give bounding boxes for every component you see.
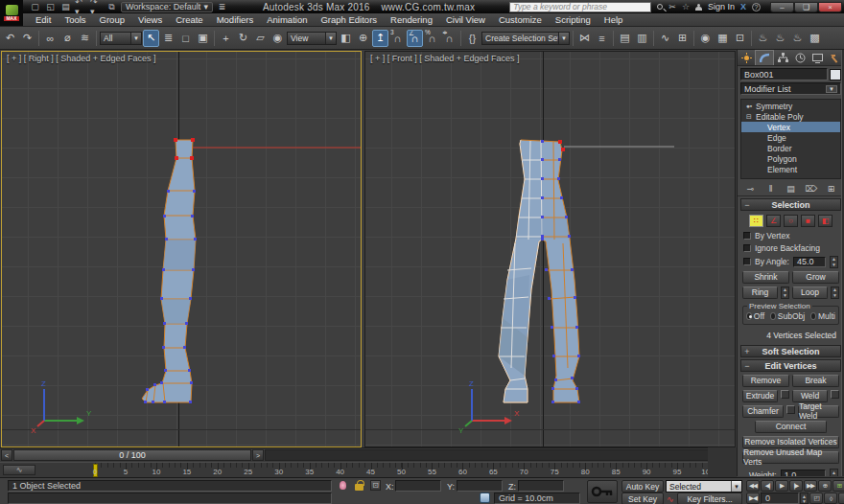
pin-stack-button[interactable]: ⊸ <box>743 182 758 195</box>
render-production-button[interactable]: ♨ <box>755 30 771 47</box>
bind-to-space-warp-button[interactable]: ≋ <box>77 30 93 47</box>
selection-filter-dropdown[interactable]: All▼ <box>100 32 142 45</box>
go-to-end-button[interactable]: ▶▶ <box>804 480 817 492</box>
user-icon[interactable] <box>695 4 702 11</box>
render-iterative-button[interactable]: ♨ <box>772 30 788 47</box>
select-and-rotate-button[interactable]: ↻ <box>235 30 251 47</box>
connect-button[interactable]: Connect <box>755 421 827 433</box>
layer-manager-button[interactable]: ▤ <box>617 30 633 47</box>
field-of-view-button[interactable]: ◰ <box>809 493 823 504</box>
key-mode-toggle-button[interactable]: ▶◀ <box>746 493 760 504</box>
track-bar[interactable]: ∿ 05101520253035404550556065707580859095… <box>0 462 715 477</box>
save-file-button[interactable]: ▤ <box>59 2 72 12</box>
configure-modifier-sets-button[interactable]: ⊞ <box>824 182 838 195</box>
menu-modifiers[interactable]: Modifiers <box>210 13 261 27</box>
named-selection-sets-dropdown[interactable]: Create Selection Set▼ <box>481 32 570 45</box>
unlink-selection-button[interactable]: ⌀ <box>59 30 76 47</box>
menu-customize[interactable]: Customize <box>492 13 549 27</box>
stack-item-edge[interactable]: Edge <box>741 132 840 143</box>
viewport-right-view[interactable]: [ + ] [ Right ] [ Shaded + Edged Faces ] <box>1 51 362 447</box>
app-logo[interactable]: MAX <box>0 0 23 26</box>
render-last-button[interactable]: ▩ <box>807 30 823 47</box>
menu-rendering[interactable]: Rendering <box>384 13 439 27</box>
viewport-right-label[interactable]: [ + ] [ Right ] [ Shaded + Edged Faces ] <box>7 54 156 63</box>
remove-isolated-vertices-button[interactable]: Remove Isolated Vertices <box>742 436 839 448</box>
set-key-button[interactable]: Set Key <box>621 493 664 504</box>
zoom-all-button[interactable]: ⊞ <box>832 480 844 492</box>
menu-civil-view[interactable]: Civil View <box>439 13 492 27</box>
ring-spinner[interactable]: ▲▼ <box>781 286 789 299</box>
make-unique-button[interactable]: ▤ <box>784 182 798 195</box>
weld-settings-button[interactable] <box>831 390 839 399</box>
isolate-selection-icon[interactable] <box>340 481 346 490</box>
align-button[interactable]: ≡ <box>594 30 610 47</box>
rendered-frame-window-button[interactable]: ⊡ <box>732 30 748 47</box>
selection-lock-icon[interactable] <box>355 484 363 491</box>
tab-display[interactable] <box>809 50 827 65</box>
edge-subobject-button[interactable]: ∠ <box>766 215 781 227</box>
angle-spinner[interactable]: ▲▼ <box>830 256 838 268</box>
absolute-mode-icon[interactable]: ⊡ <box>370 480 381 491</box>
stack-item-vertex[interactable]: Vertex <box>741 122 840 132</box>
next-frame-button[interactable]: |▶ <box>789 480 803 492</box>
select-and-move-button[interactable]: + <box>218 30 234 47</box>
ring-button[interactable]: Ring <box>742 286 778 299</box>
window-crossing-button[interactable]: ▣ <box>195 30 211 47</box>
weld-button[interactable]: Weld <box>792 390 828 402</box>
x-coordinate-field[interactable] <box>395 480 441 492</box>
time-slider-track[interactable] <box>265 449 713 461</box>
key-filters-button[interactable]: Key Filters... <box>677 493 742 504</box>
sign-in-button[interactable]: Sign In <box>708 2 735 11</box>
schematic-view-button[interactable]: ⊞ <box>674 30 691 47</box>
time-slider-handle[interactable]: 0 / 100 <box>13 449 251 461</box>
communication-center-icon[interactable]: ✂ <box>668 2 676 11</box>
object-name-field[interactable]: Box001 <box>740 68 828 80</box>
workspace-dropdown[interactable]: Workspace: Default ▾ <box>121 2 213 12</box>
viewport-layout-icon[interactable] <box>480 493 490 503</box>
orbit-button[interactable]: ◔ <box>838 493 844 504</box>
chamfer-button[interactable]: Chamfer <box>742 405 784 418</box>
rectangular-selection-region-button[interactable]: □ <box>177 30 194 47</box>
stack-item-symmetry[interactable]: ●▪Symmetry <box>741 101 840 111</box>
minimize-button[interactable]: – <box>770 2 794 12</box>
vertex-subobject-button[interactable]: ∷ <box>749 215 763 227</box>
y-coordinate-field[interactable] <box>457 480 503 492</box>
element-subobject-button[interactable]: ◧ <box>818 215 832 227</box>
select-and-link-button[interactable]: ∞ <box>42 30 59 47</box>
tab-create[interactable] <box>738 50 755 65</box>
preview-off-radio[interactable] <box>746 312 752 320</box>
shrink-button[interactable]: Shrink <box>742 271 789 284</box>
menu-help[interactable]: Help <box>598 13 630 27</box>
reference-coordinate-system-dropdown[interactable]: View▼ <box>287 32 337 45</box>
by-angle-checkbox[interactable] <box>743 258 751 265</box>
snaps-toggle-button[interactable]: ∩3 <box>389 30 406 47</box>
mirror-button[interactable]: ⋈ <box>576 30 593 47</box>
stack-item-polygon[interactable]: Polygon <box>741 153 840 164</box>
redo-quick-button[interactable]: ↷ ▾ <box>90 2 103 12</box>
break-button[interactable]: Break <box>792 375 839 387</box>
show-end-result-button[interactable]: ‖ <box>763 182 778 195</box>
go-to-start-button[interactable]: ◀◀ <box>746 480 760 492</box>
stack-item-border[interactable]: Border <box>741 143 840 153</box>
menu-create[interactable]: Create <box>169 13 210 27</box>
weight-spinner[interactable]: ▲▼ <box>830 469 838 476</box>
auto-key-button[interactable]: Auto Key <box>621 480 664 493</box>
body-model-front-view[interactable]: Z X Y <box>365 52 736 447</box>
open-mini-curve-editor-button[interactable]: ∿ <box>3 465 35 475</box>
undo-quick-button[interactable]: ↶ ▾ <box>75 2 87 12</box>
stack-item-editable-poly[interactable]: ⊟Editable Poly <box>741 111 840 122</box>
open-file-button[interactable]: ◱ <box>44 2 57 12</box>
set-keys-button[interactable] <box>587 480 618 503</box>
object-color-swatch[interactable] <box>830 69 841 80</box>
zoom-button[interactable]: ⊕ <box>818 480 832 492</box>
play-button[interactable]: ▶ <box>775 480 788 492</box>
undo-button[interactable]: ↶ <box>2 30 18 47</box>
stack-item-element[interactable]: Element <box>741 164 840 174</box>
tab-hierarchy[interactable] <box>774 50 791 65</box>
by-vertex-checkbox[interactable] <box>743 232 751 240</box>
tab-modify[interactable] <box>755 50 774 65</box>
redo-button[interactable]: ↷ <box>19 30 35 47</box>
select-and-place-button[interactable]: ◉ <box>270 30 286 47</box>
search-icon[interactable] <box>657 4 663 10</box>
percent-snap-button[interactable]: ∩% <box>424 30 440 47</box>
